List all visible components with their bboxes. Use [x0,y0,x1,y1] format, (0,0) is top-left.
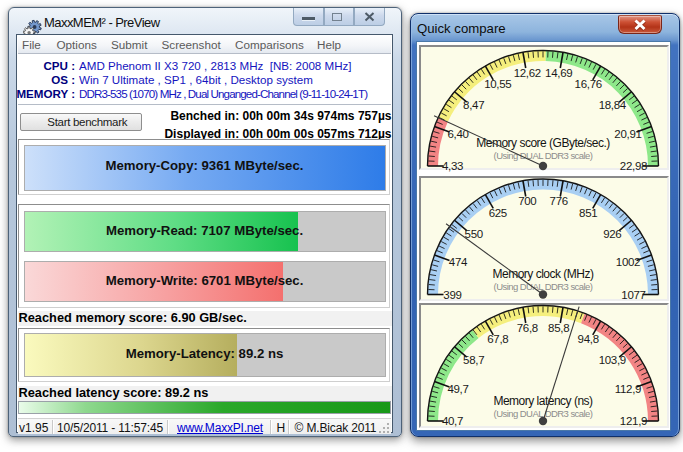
svg-text:22,98: 22,98 [620,160,647,172]
svg-text:121,9: 121,9 [620,415,647,427]
svg-text:8,47: 8,47 [463,99,484,111]
svg-text:103,9: 103,9 [599,354,626,366]
svg-text:49,7: 49,7 [447,383,468,395]
svg-text:18,84: 18,84 [599,99,627,111]
svg-text:1002: 1002 [616,256,640,268]
svg-text:12,62: 12,62 [514,66,541,78]
svg-text:14,69: 14,69 [545,66,572,78]
svg-text:(Using DUAL DDR3 scale): (Using DUAL DDR3 scale) [494,281,593,292]
svg-text:6,40: 6,40 [447,127,468,139]
svg-text:926: 926 [603,228,621,240]
svg-text:700: 700 [518,195,536,207]
svg-text:625: 625 [489,207,507,219]
svg-text:94,8: 94,8 [578,333,599,345]
svg-text:550: 550 [465,228,483,240]
svg-text:85,8: 85,8 [548,322,569,334]
svg-text:1077: 1077 [621,289,645,301]
svg-text:76,8: 76,8 [517,322,538,334]
svg-text:20,91: 20,91 [614,127,641,139]
svg-text:776: 776 [550,195,568,207]
svg-text:10,55: 10,55 [484,78,511,90]
svg-text:58,7: 58,7 [463,354,484,366]
svg-text:851: 851 [579,207,597,219]
svg-text:474: 474 [449,256,468,268]
svg-text:4,33: 4,33 [442,160,463,172]
svg-text:(Using DUAL DDR3 scale): (Using DUAL DDR3 scale) [494,149,593,160]
svg-text:67,8: 67,8 [487,333,508,345]
svg-text:399: 399 [443,289,461,301]
svg-text:Memory score (GByte/sec.): Memory score (GByte/sec.) [476,135,610,149]
svg-text:Memory latency (ns): Memory latency (ns) [493,394,593,408]
svg-text:112,9: 112,9 [615,383,641,395]
svg-text:40,7: 40,7 [442,415,463,427]
svg-text:16,76: 16,76 [575,78,602,90]
